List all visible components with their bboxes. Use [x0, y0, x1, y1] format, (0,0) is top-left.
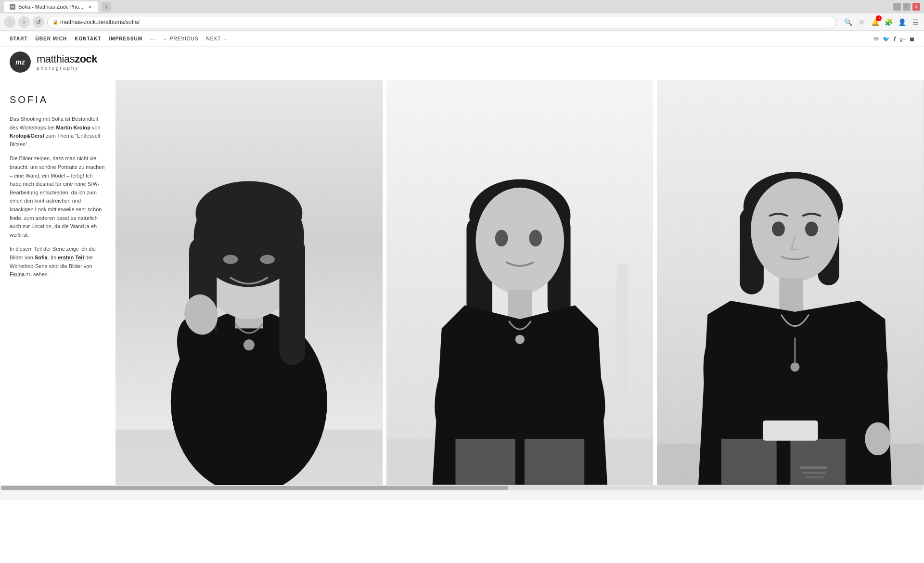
- logo-tagline: photography: [37, 65, 97, 71]
- rss-icon[interactable]: ◼: [910, 36, 914, 42]
- logo-initials: mz: [15, 58, 25, 66]
- nav-start[interactable]: START: [10, 36, 28, 41]
- svg-point-38: [805, 222, 818, 237]
- search-icon[interactable]: 🔍: [843, 17, 853, 27]
- tab-favicon: m: [10, 4, 15, 10]
- new-tab-button[interactable]: +: [102, 2, 111, 12]
- title-bar: m Sofia - Matthias Zock Pho... ✕ + — □ ✕: [0, 0, 924, 13]
- minimize-button[interactable]: —: [893, 3, 901, 11]
- nav-impressum[interactable]: IMPRESSUM: [109, 36, 142, 41]
- logo-brand: matthiaszock: [37, 53, 97, 65]
- photo-gap-1: [383, 80, 386, 485]
- tab-title: Sofia - Matthias Zock Pho...: [18, 4, 83, 10]
- website-content: START ÜBER MICH KONTAKT IMPRESSUM — ← PR…: [0, 31, 924, 491]
- album-title: SOFIA: [10, 94, 106, 105]
- album-description-2: Die Bilder zeigen, dass man nicht viel b…: [10, 154, 106, 239]
- googleplus-icon[interactable]: g+: [899, 36, 906, 42]
- nav-previous[interactable]: ← PREVIOUS: [163, 36, 198, 41]
- active-tab[interactable]: m Sofia - Matthias Zock Pho... ✕: [4, 1, 98, 12]
- svg-rect-45: [721, 439, 777, 485]
- svg-rect-39: [780, 278, 804, 313]
- svg-rect-16: [616, 264, 628, 430]
- site-navigation: START ÜBER MICH KONTAKT IMPRESSUM — ← PR…: [0, 31, 924, 47]
- reload-button[interactable]: ↺: [33, 16, 44, 28]
- svg-point-37: [772, 222, 785, 237]
- nav-uber-mich[interactable]: ÜBER MICH: [36, 36, 67, 41]
- logo-circle[interactable]: mz: [10, 51, 31, 73]
- album-text-panel: SOFIA Das Shooting mit Sofia ist Bestand…: [0, 80, 116, 485]
- svg-point-41: [865, 422, 891, 456]
- farina-link[interactable]: Farina: [10, 271, 25, 277]
- facebook-icon[interactable]: f: [894, 35, 896, 42]
- svg-rect-50: [763, 421, 818, 441]
- extension-icon[interactable]: 🧩: [884, 17, 893, 27]
- browser-toolbar-icons: 🔍 ☆ 🔔 3 🧩 👤 ☰: [843, 17, 920, 27]
- photo-1: [116, 80, 383, 485]
- svg-point-11: [244, 339, 255, 350]
- social-icons: ✉ 🐦 f g+ ◼: [874, 35, 914, 42]
- bookmark-icon[interactable]: ☆: [857, 17, 866, 27]
- nav-next[interactable]: NEXT →: [206, 36, 228, 41]
- url-text: matthias-zock.de/albums/sofia/: [60, 19, 140, 26]
- scrollbar-track: [1, 486, 923, 490]
- svg-point-9: [223, 255, 238, 264]
- forward-button[interactable]: ›: [18, 16, 30, 28]
- user-icon[interactable]: 👤: [897, 17, 907, 27]
- scrollbar-thumb[interactable]: [1, 486, 508, 490]
- album-description-1: Das Shooting mit Sofia ist Bestandteil d…: [10, 115, 106, 149]
- svg-rect-47: [800, 466, 827, 469]
- security-icon: 🔒: [52, 19, 58, 25]
- url-bar[interactable]: 🔒 matthias-zock.de/albums/sofia/: [47, 16, 836, 28]
- svg-rect-28: [525, 439, 584, 485]
- svg-point-8: [195, 181, 302, 245]
- maximize-button[interactable]: □: [903, 3, 911, 11]
- email-icon[interactable]: ✉: [874, 36, 879, 42]
- menu-icon[interactable]: ☰: [911, 17, 920, 27]
- svg-rect-49: [805, 476, 823, 478]
- svg-point-10: [260, 255, 275, 264]
- photo-2: [386, 80, 654, 485]
- browser-status-bar: [0, 491, 924, 500]
- svg-rect-48: [803, 472, 826, 474]
- tab-close-btn[interactable]: ✕: [88, 4, 92, 10]
- twitter-icon[interactable]: 🐦: [883, 36, 890, 42]
- site-header: mz matthiaszock photography: [0, 47, 924, 80]
- ersten-teil-link[interactable]: ersten Teil: [58, 255, 84, 260]
- browser-chrome: m Sofia - Matthias Zock Pho... ✕ + — □ ✕…: [0, 0, 924, 31]
- svg-point-44: [791, 362, 800, 371]
- svg-point-21: [495, 230, 508, 246]
- notification-count: 3: [876, 15, 882, 21]
- nav-separator: —: [150, 36, 155, 41]
- address-bar-row: ‹ › ↺ 🔒 matthias-zock.de/albums/sofia/ 🔍…: [0, 13, 924, 31]
- svg-point-36: [751, 179, 839, 282]
- photos-strip: [116, 80, 924, 485]
- main-content-area: SOFIA Das Shooting mit Sofia ist Bestand…: [0, 80, 924, 485]
- svg-point-22: [529, 230, 542, 246]
- photo-gap-2: [653, 80, 657, 485]
- notification-icon[interactable]: 🔔 3: [870, 17, 880, 27]
- logo-text-block: matthiaszock photography: [37, 53, 97, 70]
- photo-3: [657, 80, 924, 485]
- svg-rect-7: [279, 236, 305, 365]
- logo-lastname: zock: [75, 53, 97, 65]
- window-controls: — □ ✕: [893, 3, 920, 11]
- nav-kontakt[interactable]: KONTAKT: [75, 36, 101, 41]
- svg-point-29: [515, 335, 524, 344]
- close-button[interactable]: ✕: [912, 3, 920, 11]
- album-description-3: In diesem Teil der Serie zeige ich die B…: [10, 245, 106, 279]
- svg-rect-27: [455, 439, 515, 485]
- logo-firstname: matthias: [37, 53, 75, 65]
- horizontal-scrollbar[interactable]: [0, 485, 924, 491]
- back-button[interactable]: ‹: [4, 16, 15, 28]
- svg-point-20: [475, 188, 564, 294]
